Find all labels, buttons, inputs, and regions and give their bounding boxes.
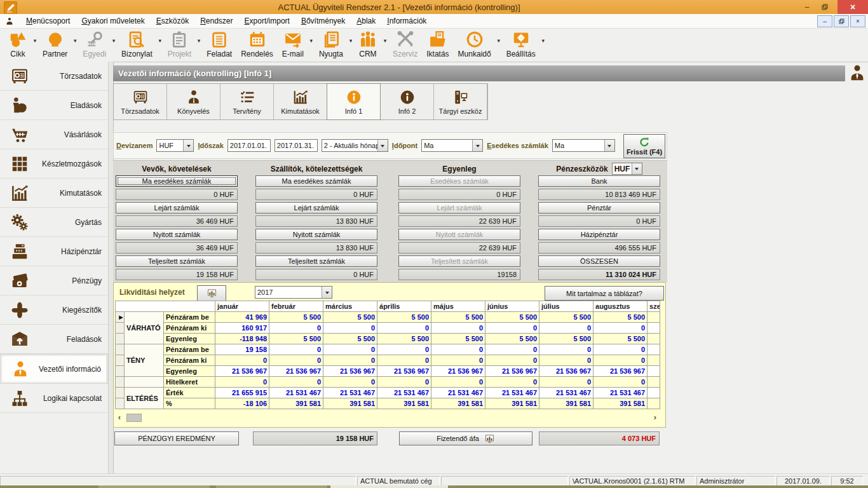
- menu-item-ablak[interactable]: Ablak: [351, 17, 381, 25]
- toolbar-partner-button[interactable]: Partner: [38, 29, 72, 58]
- cell-value: -18 106: [215, 398, 269, 409]
- year-select[interactable]: 2017: [255, 286, 332, 299]
- payable-vat-button[interactable]: Fizetendő áfa: [399, 431, 532, 445]
- sidebar-item-gyartas[interactable]: Gyártás: [0, 208, 108, 237]
- tab-terv-teny[interactable]: Terv/tény: [220, 84, 274, 119]
- row-selector[interactable]: [116, 344, 125, 355]
- restore-button[interactable]: [816, 1, 834, 13]
- menu-item-gyakori-muveletek[interactable]: Gyakori műveletek: [76, 17, 150, 25]
- horizontal-scrollbar[interactable]: ‹ ›: [115, 412, 660, 423]
- period-select[interactable]: 2 - Aktuális hónap: [322, 139, 388, 152]
- mdi-close-button[interactable]: ×: [850, 15, 865, 27]
- dropdown-arrow-icon[interactable]: ▾: [540, 37, 546, 44]
- menu-item-bovitmenyek[interactable]: Bővítmények: [295, 17, 351, 25]
- tab-kimutatasok[interactable]: Kimutatások: [274, 84, 327, 119]
- scroll-left-icon[interactable]: ‹: [115, 413, 124, 422]
- toolbar-munkaido-button[interactable]: Munkaidő: [454, 29, 496, 58]
- row-selector[interactable]: [116, 388, 125, 398]
- tab-torzsadatok[interactable]: Törzsadatok: [114, 84, 167, 119]
- toolbar-bizonylat-button[interactable]: Bizonylat: [117, 29, 157, 58]
- ma-esedekes-szamlak-button[interactable]: Ma esedékes számlák: [116, 175, 238, 187]
- menu-item-menucsoport[interactable]: Menücsoport: [20, 17, 76, 25]
- scrollbar-thumb[interactable]: [126, 414, 142, 422]
- lejart-szamlak-button[interactable]: Lejárt számlák: [255, 202, 377, 214]
- row-selector[interactable]: [116, 377, 125, 388]
- mdi-minimize-button[interactable]: –: [817, 15, 832, 27]
- tab-konyveles[interactable]: Könyvelés: [167, 84, 220, 119]
- cell-value: 21 536 967: [377, 366, 431, 377]
- row-selector[interactable]: ►: [116, 312, 125, 323]
- teljesitett-szamlak-button[interactable]: Teljesített számlák: [255, 255, 377, 267]
- penztar-button[interactable]: Pénztár: [538, 202, 660, 214]
- nyitott-szamlak-button[interactable]: Nyitott számlák: [255, 229, 377, 240]
- toolbar-label: Cikk: [10, 50, 25, 58]
- financial-result-button[interactable]: PÉNZÜGYI EREDMÉNY: [114, 431, 239, 445]
- tab-info-1[interactable]: Infó 1: [327, 83, 381, 120]
- sidebar-item-kimutatasok[interactable]: Kimutatások: [0, 179, 108, 208]
- row-selector[interactable]: [116, 398, 125, 409]
- sidebar-item-eladasok[interactable]: Eladások: [0, 91, 108, 120]
- menu-item-export-import[interactable]: Export/import: [239, 17, 295, 25]
- toolbar-rendeles-button[interactable]: Rendelés: [236, 29, 278, 58]
- row-selector[interactable]: [116, 355, 125, 366]
- sidebar-item-feladasok[interactable]: Feladások: [0, 325, 108, 354]
- liquidity-grid[interactable]: januárfebruármárciusáprilismájusjúniusjú…: [115, 301, 660, 409]
- minimize-button[interactable]: –: [798, 1, 816, 13]
- close-button[interactable]: ×: [837, 0, 868, 14]
- osszesen-button[interactable]: ÖSSZESEN: [538, 255, 660, 267]
- tab-info-2[interactable]: Infó 2: [381, 84, 434, 119]
- row-selector[interactable]: [116, 366, 125, 377]
- sidebar-item-logikai-kapcsolat[interactable]: Logikai kapcsolat: [0, 384, 108, 413]
- menu-item-informaciok[interactable]: Információk: [381, 17, 432, 25]
- sidebar-item-keszletmozgasok[interactable]: Készletmozgások: [0, 149, 108, 179]
- toolbar-beallitas-button[interactable]: Beállítás: [502, 29, 540, 58]
- toolbar-crm-button[interactable]: CRM: [354, 29, 382, 58]
- toolbar-projekt-button[interactable]: Projekt: [163, 29, 196, 58]
- table-info-button[interactable]: Mit tartalmaz a táblázat?: [545, 286, 664, 301]
- ma-esedekes-szamlak-button[interactable]: Ma esedékes számlák: [255, 175, 377, 187]
- sidebar-item-hazipenztar[interactable]: Házipénztár: [0, 237, 108, 266]
- sidebar-item-kiegeszitok[interactable]: Kiegészítők: [0, 295, 108, 325]
- menu-item-eszkozok[interactable]: Eszközök: [151, 17, 194, 25]
- hazipenztar-button[interactable]: Házipénztár: [538, 229, 660, 240]
- dropdown-arrow-icon[interactable]: ▾: [348, 37, 354, 44]
- dropdown-arrow-icon[interactable]: ▾: [157, 37, 163, 44]
- row-selector[interactable]: [116, 334, 125, 344]
- toolbar-e-mail-button[interactable]: E-mail: [278, 29, 308, 58]
- toolbar-szerviz-button[interactable]: Szerviz: [388, 29, 422, 58]
- liquidity-chart-button[interactable]: [197, 285, 226, 301]
- refresh-button[interactable]: Frissít (F4): [623, 134, 665, 158]
- orgchart-icon: [10, 389, 29, 408]
- dropdown-arrow-icon[interactable]: ▾: [111, 37, 117, 44]
- toolbar-feladat-button[interactable]: Feladat: [202, 29, 236, 58]
- toolbar-cikk-button[interactable]: Cikk: [4, 29, 32, 58]
- dropdown-arrow-icon[interactable]: ▾: [32, 37, 38, 44]
- esedekes-select[interactable]: Ma: [552, 139, 615, 152]
- nyitott-szamlak-button[interactable]: Nyitott számlák: [116, 229, 238, 240]
- toolbar-iktatas-button[interactable]: Iktatás: [422, 29, 453, 58]
- idopont-select[interactable]: Ma: [421, 139, 483, 152]
- dropdown-arrow-icon[interactable]: ▾: [72, 37, 78, 44]
- sidebar-item-penzugy[interactable]: Pénzügy: [0, 266, 108, 295]
- lejart-szamlak-button[interactable]: Lejárt számlák: [116, 202, 238, 214]
- date-to-input[interactable]: 2017.01.31.: [275, 139, 318, 152]
- menu-item-rendszer[interactable]: Rendszer: [194, 17, 238, 25]
- sidebar-item-torzsadatok[interactable]: Törzsadatok: [0, 62, 108, 91]
- date-from-input[interactable]: 2017.01.01.: [227, 139, 271, 152]
- sidebar-item-vezetoi-informacio[interactable]: Vezetői információ: [0, 354, 108, 384]
- currency-select[interactable]: HUF: [156, 139, 194, 152]
- penzeszkozok-currency-select[interactable]: HUF: [612, 163, 642, 175]
- tab-targyi-eszkoz[interactable]: Tárgyi eszköz: [434, 84, 487, 119]
- mdi-restore-button[interactable]: [834, 15, 849, 27]
- dropdown-arrow-icon[interactable]: ▾: [382, 37, 388, 44]
- row-selector[interactable]: [116, 323, 125, 334]
- toolbar-egyedi-button[interactable]: 0110Egyedi: [78, 29, 111, 58]
- teljesitett-szamlak-button[interactable]: Teljesített számlák: [116, 255, 238, 267]
- dropdown-arrow-icon[interactable]: ▾: [196, 37, 202, 44]
- toolbar-nyugta-button[interactable]: Nyugta: [315, 29, 348, 58]
- bank-button[interactable]: Bank: [538, 175, 660, 187]
- dropdown-arrow-icon[interactable]: ▾: [308, 37, 315, 44]
- sidebar-item-vasarlasok[interactable]: Vásárlások: [0, 120, 108, 149]
- dropdown-arrow-icon[interactable]: ▾: [496, 37, 502, 44]
- scroll-right-icon[interactable]: ›: [651, 413, 660, 422]
